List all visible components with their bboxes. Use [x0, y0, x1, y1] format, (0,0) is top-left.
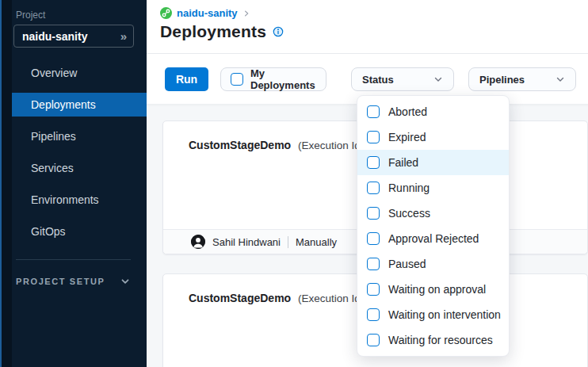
sidebar-item-overview[interactable]: Overview — [12, 61, 147, 85]
breadcrumb: naidu-sanity — [160, 7, 250, 19]
pipeline-name: CustomStageDemo — [189, 139, 291, 151]
project-label: Project — [16, 10, 45, 21]
status-option-running[interactable]: Running — [357, 175, 509, 201]
breadcrumb-project-link[interactable]: naidu-sanity — [177, 7, 238, 19]
module-rail — [0, 0, 12, 367]
pipelines-filter-label: Pipelines — [479, 74, 525, 86]
status-filter-label: Status — [362, 74, 394, 86]
status-option-failed[interactable]: Failed — [357, 150, 509, 175]
status-option-checkbox[interactable] — [367, 308, 380, 321]
status-option-waiting-for-resources[interactable]: Waiting for resources — [357, 327, 509, 353]
sidebar-item-pipelines[interactable]: Pipelines — [12, 124, 147, 148]
my-deployments-label: My Deployments — [250, 67, 316, 91]
header-divider — [147, 53, 588, 54]
expand-project-icon[interactable]: » — [120, 29, 125, 43]
project-selector[interactable]: naidu-sanity » — [13, 25, 134, 48]
avatar — [191, 235, 205, 249]
info-icon[interactable] — [273, 26, 284, 37]
status-option-approval-rejected[interactable]: Approval Rejected — [357, 226, 509, 251]
chevron-down-icon — [556, 75, 565, 84]
chevron-right-icon — [242, 10, 250, 17]
author-name: Sahil Hindwani — [212, 236, 281, 248]
status-option-checkbox[interactable] — [367, 283, 380, 296]
trigger-type: Manually — [296, 236, 337, 248]
project-setup-toggle[interactable]: PROJECT SETUP — [16, 277, 130, 286]
page-title: Deployments — [160, 22, 266, 41]
status-option-expired[interactable]: Expired — [357, 124, 509, 150]
pipeline-name: CustomStageDemo — [189, 292, 291, 304]
sidebar-nav: Overview Deployments Pipelines Services … — [12, 61, 147, 251]
sidebar-item-deployments[interactable]: Deployments — [12, 93, 147, 117]
execution-id-text: (Execution Id — [298, 292, 361, 304]
run-button[interactable]: Run — [165, 67, 208, 91]
status-option-aborted[interactable]: Aborted — [357, 99, 509, 124]
execution-id-text: (Execution Id — [298, 140, 361, 151]
sidebar-divider — [16, 259, 131, 260]
chevron-down-icon — [120, 277, 130, 286]
sidebar-item-environments[interactable]: Environments — [12, 188, 147, 212]
status-filter-dropdown[interactable]: Status — [351, 67, 454, 91]
status-option-waiting-on-approval[interactable]: Waiting on approval — [357, 277, 509, 302]
status-option-checkbox[interactable] — [367, 182, 380, 194]
chevron-down-icon — [433, 75, 443, 84]
status-option-checkbox[interactable] — [367, 258, 380, 270]
pipelines-filter-dropdown[interactable]: Pipelines — [468, 67, 576, 91]
project-selector-value: naidu-sanity — [22, 30, 120, 43]
my-deployments-filter[interactable]: My Deployments — [220, 67, 326, 91]
status-option-paused[interactable]: Paused — [357, 251, 509, 277]
sidebar-item-services[interactable]: Services — [12, 156, 147, 180]
cd-module-icon — [160, 7, 172, 19]
status-option-success[interactable]: Success — [357, 201, 509, 226]
sidebar: Project naidu-sanity » Overview Deployme… — [0, 0, 147, 367]
status-option-checkbox[interactable] — [367, 207, 380, 220]
title-row: Deployments — [160, 22, 284, 41]
footer-divider — [288, 236, 288, 248]
status-option-checkbox[interactable] — [367, 334, 380, 346]
sidebar-item-gitops[interactable]: GitOps — [12, 220, 147, 243]
status-option-checkbox[interactable] — [367, 105, 380, 118]
status-option-checkbox[interactable] — [367, 232, 380, 245]
status-filter-menu: Aborted Expired Failed Running Success A… — [357, 95, 510, 357]
my-deployments-checkbox[interactable] — [231, 73, 243, 86]
project-setup-label: PROJECT SETUP — [16, 277, 105, 286]
status-option-waiting-on-intervention[interactable]: Waiting on intervention — [357, 302, 509, 327]
status-option-checkbox[interactable] — [367, 131, 380, 143]
status-option-checkbox[interactable] — [367, 156, 380, 169]
